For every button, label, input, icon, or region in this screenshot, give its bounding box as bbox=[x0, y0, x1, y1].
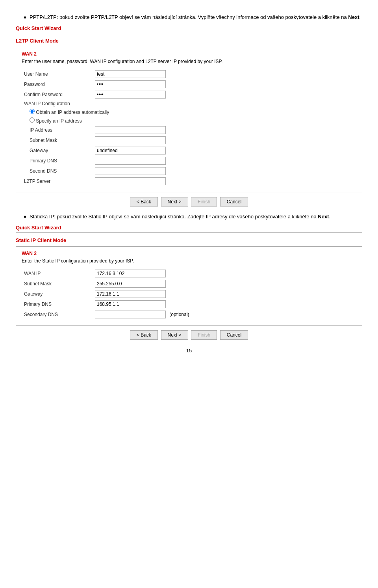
radio-specify-cell: Specify an IP address bbox=[22, 116, 356, 125]
wan-ip-config-row: WAN IP Configuration bbox=[22, 100, 356, 108]
user-name-label: User Name bbox=[22, 69, 93, 79]
password-label: Password bbox=[22, 79, 93, 89]
static-primary-dns-input[interactable] bbox=[95, 300, 166, 308]
static-back-button[interactable]: < Back bbox=[130, 330, 158, 340]
confirm-password-row: Confirm Password bbox=[22, 89, 356, 100]
static-ip-form-table: WAN IP Subnet Mask Gateway Primary DNS S… bbox=[22, 268, 356, 320]
l2tp-cancel-button[interactable]: Cancel bbox=[220, 197, 248, 207]
second-dns-row: Second DNS bbox=[22, 166, 356, 176]
ip-address-row: IP Address bbox=[22, 125, 356, 135]
l2tp-form-table: User Name Password Confirm Password WAN … bbox=[22, 69, 356, 186]
ip-address-input[interactable] bbox=[95, 126, 166, 134]
primary-dns-label: Primary DNS bbox=[22, 156, 93, 166]
subnet-mask-row: Subnet Mask bbox=[22, 135, 356, 145]
l2tp-server-input[interactable] bbox=[95, 177, 166, 185]
wan-ip-config-cell bbox=[93, 100, 356, 108]
l2tp-wan-title: WAN 2 bbox=[22, 51, 356, 57]
page-number: 15 bbox=[16, 348, 362, 354]
bullet-dot-1: • bbox=[24, 13, 26, 21]
static-ip-next: Next bbox=[318, 214, 329, 220]
wan-ip-config-label: WAN IP Configuration bbox=[22, 100, 93, 108]
l2tp-server-label: L2TP Server bbox=[22, 176, 93, 186]
static-ip-wizard-box: WAN 2 Enter the Static IP configuration … bbox=[16, 246, 362, 326]
static-secondary-dns-input-cell: (optional) bbox=[93, 309, 356, 320]
static-ip-text: Statická IP: pokud zvolíte Static IP obj… bbox=[30, 213, 330, 221]
user-name-input-cell bbox=[93, 69, 356, 79]
static-primary-dns-label: Primary DNS bbox=[22, 299, 93, 309]
pptp-l2tp-text: PPTP/L2TP: pokud zvolíte PPTP/L2TP objev… bbox=[30, 13, 361, 21]
static-ip-period: . bbox=[329, 214, 330, 220]
primary-dns-input-cell bbox=[93, 156, 356, 166]
pptp-l2tp-intro: • PPTP/L2TP: pokud zvolíte PPTP/L2TP obj… bbox=[24, 13, 362, 21]
quick-start-title-1: Quick Start Wizard bbox=[16, 25, 362, 31]
optional-label: (optional) bbox=[169, 312, 189, 317]
static-gateway-input-cell bbox=[93, 289, 356, 299]
static-gateway-input[interactable] bbox=[95, 290, 166, 298]
second-dns-input[interactable] bbox=[95, 167, 166, 175]
static-ip-mode-title: Static IP Client Mode bbox=[16, 237, 362, 243]
radio-specify-row: Specify an IP address bbox=[22, 116, 356, 125]
static-subnet-row: Subnet Mask bbox=[22, 279, 356, 289]
radio-obtain-input[interactable] bbox=[30, 109, 35, 114]
gateway-input[interactable] bbox=[95, 147, 166, 154]
user-name-input[interactable] bbox=[95, 70, 166, 78]
subnet-mask-input[interactable] bbox=[95, 136, 166, 144]
password-input-cell bbox=[93, 79, 356, 89]
primary-dns-input[interactable] bbox=[95, 157, 166, 165]
subnet-mask-label: Subnet Mask bbox=[22, 135, 93, 145]
static-next-button[interactable]: Next > bbox=[161, 330, 188, 340]
primary-dns-row: Primary DNS bbox=[22, 156, 356, 166]
user-name-row: User Name bbox=[22, 69, 356, 79]
static-secondary-dns-row: Secondary DNS (optional) bbox=[22, 309, 356, 320]
l2tp-back-button[interactable]: < Back bbox=[130, 197, 158, 207]
static-gateway-row: Gateway bbox=[22, 289, 356, 299]
static-secondary-dns-input[interactable] bbox=[95, 311, 166, 318]
static-cancel-button[interactable]: Cancel bbox=[220, 330, 248, 340]
l2tp-server-row: L2TP Server bbox=[22, 176, 356, 186]
bullet-dot-2: • bbox=[24, 213, 26, 221]
subnet-mask-input-cell bbox=[93, 135, 356, 145]
l2tp-finish-button[interactable]: Finish bbox=[191, 197, 217, 207]
static-subnet-input-cell bbox=[93, 279, 356, 289]
static-secondary-dns-label: Secondary DNS bbox=[22, 309, 93, 320]
l2tp-wizard-box: WAN 2 Enter the user name, password, WAN… bbox=[16, 47, 362, 192]
l2tp-button-row: < Back Next > Finish Cancel bbox=[16, 197, 362, 207]
gateway-label: Gateway bbox=[22, 145, 93, 156]
l2tp-next-button[interactable]: Next > bbox=[161, 197, 188, 207]
static-ip-body: pokud zvolíte Static IP objeví se vám ná… bbox=[56, 214, 318, 220]
static-primary-dns-input-cell bbox=[93, 299, 356, 309]
static-subnet-label: Subnet Mask bbox=[22, 279, 93, 289]
wan-ip-row: WAN IP bbox=[22, 268, 356, 279]
radio-obtain-label[interactable]: Obtain an IP address automatically bbox=[30, 110, 109, 115]
password-row: Password bbox=[22, 79, 356, 89]
gateway-row: Gateway bbox=[22, 145, 356, 156]
ip-address-label: IP Address bbox=[22, 125, 93, 135]
second-dns-label: Second DNS bbox=[22, 166, 93, 176]
radio-specify-label[interactable]: Specify an IP address bbox=[30, 118, 82, 124]
radio-obtain-cell: Obtain an IP address automatically bbox=[22, 108, 356, 116]
confirm-password-input-cell bbox=[93, 89, 356, 100]
confirm-password-label: Confirm Password bbox=[22, 89, 93, 100]
second-dns-input-cell bbox=[93, 166, 356, 176]
gateway-input-cell bbox=[93, 145, 356, 156]
radio-obtain-row: Obtain an IP address automatically bbox=[22, 108, 356, 116]
password-input[interactable] bbox=[95, 80, 166, 88]
static-primary-dns-row: Primary DNS bbox=[22, 299, 356, 309]
divider-2 bbox=[16, 232, 362, 233]
radio-specify-input[interactable] bbox=[30, 117, 35, 123]
l2tp-mode-title: L2TP Client Mode bbox=[16, 38, 362, 44]
pptp-l2tp-next: Next bbox=[348, 14, 359, 20]
static-subnet-input[interactable] bbox=[95, 280, 166, 288]
wan-ip-label: WAN IP bbox=[22, 268, 93, 279]
quick-start-title-2: Quick Start Wizard bbox=[16, 225, 362, 231]
static-ip-wan-desc: Enter the Static IP configuration provid… bbox=[22, 258, 356, 264]
pptp-l2tp-label: PPTP/L2TP: bbox=[30, 14, 58, 20]
wan-ip-input[interactable] bbox=[95, 270, 166, 277]
l2tp-wan-desc: Enter the user name, password, WAN IP co… bbox=[22, 58, 356, 65]
confirm-password-input[interactable] bbox=[95, 91, 166, 99]
radio-specify-text: Specify an IP address bbox=[36, 118, 82, 124]
radio-obtain-text: Obtain an IP address automatically bbox=[36, 110, 109, 115]
static-finish-button[interactable]: Finish bbox=[191, 330, 217, 340]
l2tp-server-input-cell bbox=[93, 176, 356, 186]
divider-1 bbox=[16, 33, 362, 33]
